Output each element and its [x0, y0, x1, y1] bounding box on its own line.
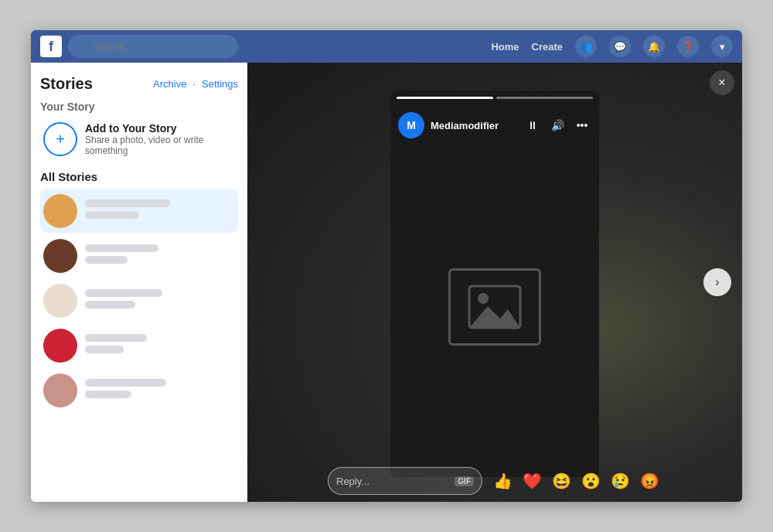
home-link[interactable]: Home	[491, 41, 519, 53]
your-story-section-title: Your Story	[40, 101, 238, 113]
story-content	[390, 90, 599, 477]
help-icon-btn[interactable]: ❓	[677, 36, 699, 57]
browser-window: f 🔍 Home Create 👥 💬 🔔 ❓ ▾ Stories Archiv…	[31, 30, 742, 502]
sad-reaction-btn[interactable]: 😢	[608, 469, 632, 493]
svg-marker-2	[469, 306, 520, 328]
story-avatar-2	[43, 239, 77, 273]
navbar: f 🔍 Home Create 👥 💬 🔔 ❓ ▾	[31, 30, 742, 63]
love-reaction-btn[interactable]: ❤️	[519, 469, 544, 493]
wow-reaction-btn[interactable]: 😮	[578, 469, 603, 493]
story-text-2	[85, 244, 158, 268]
add-story-subtitle: Share a photo, video or write something	[85, 135, 235, 156]
search-input[interactable]	[68, 35, 238, 58]
sidebar-header: Stories Archive · Settings	[40, 75, 238, 93]
sidebar-title: Stories	[40, 75, 93, 93]
navbar-center: Home Create 👥 💬 🔔 ❓ ▾	[238, 36, 733, 57]
reply-input[interactable]: Reply... GIF	[328, 467, 482, 495]
close-button[interactable]: ×	[710, 70, 734, 95]
story-avatar-5	[43, 373, 77, 408]
story-username: Mediamodifier	[431, 120, 523, 131]
archive-link[interactable]: Archive	[153, 78, 186, 90]
gif-badge: GIF	[455, 476, 474, 486]
create-link[interactable]: Create	[532, 41, 563, 53]
story-placeholder-image	[448, 268, 541, 346]
your-story-item[interactable]: + Add to Your Story Share a photo, video…	[40, 118, 238, 161]
account-menu-btn[interactable]: ▾	[711, 36, 733, 57]
notifications-icon-btn[interactable]: 🔔	[643, 36, 665, 57]
friends-icon-btn[interactable]: 👥	[575, 36, 597, 57]
close-icon: ×	[718, 76, 725, 90]
progress-bar-1	[397, 97, 493, 99]
story-progress	[390, 90, 599, 102]
progress-bar-2	[496, 97, 593, 99]
story-header: M Mediamodifier ⏸ 🔊 •••	[390, 106, 599, 145]
all-stories-title: All Stories	[40, 170, 238, 183]
haha-reaction-btn[interactable]: 😆	[549, 469, 574, 493]
reaction-buttons: 👍 ❤️ 😆 😮 😢 😡	[490, 469, 662, 493]
story-text-5	[85, 379, 166, 402]
pause-button[interactable]: ⏸	[523, 116, 542, 135]
story-item[interactable]	[40, 324, 238, 367]
story-avatar-3	[43, 284, 77, 318]
story-viewer: M Mediamodifier ⏸ 🔊 •••	[390, 90, 599, 477]
settings-link[interactable]: Settings	[202, 78, 238, 90]
more-options-button[interactable]: •••	[573, 116, 591, 135]
story-avatar-1	[43, 194, 77, 228]
story-item[interactable]	[40, 189, 238, 233]
sidebar: Stories Archive · Settings Your Story + …	[31, 63, 247, 502]
angry-reaction-btn[interactable]: 😡	[637, 469, 662, 493]
story-text-4	[85, 334, 147, 357]
like-reaction-btn[interactable]: 👍	[490, 469, 515, 493]
story-text-3	[85, 289, 162, 312]
separator: ·	[192, 78, 196, 90]
volume-button[interactable]: 🔊	[548, 116, 567, 135]
main-area: × M Mediamodifier ⏸ 🔊	[247, 63, 742, 502]
content-area: Stories Archive · Settings Your Story + …	[31, 63, 742, 502]
reply-placeholder: Reply...	[336, 476, 450, 487]
story-controls: ⏸ 🔊 •••	[523, 116, 591, 135]
next-icon: ›	[715, 275, 719, 289]
next-story-button[interactable]: ›	[703, 268, 731, 296]
story-item[interactable]	[40, 234, 238, 278]
story-user-avatar: M	[398, 112, 424, 138]
story-avatar-4	[43, 329, 77, 363]
sidebar-links: Archive · Settings	[153, 78, 238, 90]
svg-point-1	[478, 293, 489, 304]
add-story-button[interactable]: +	[43, 122, 77, 156]
messenger-icon-btn[interactable]: 💬	[609, 36, 631, 57]
your-story-text: Add to Your Story Share a photo, video o…	[85, 122, 235, 156]
search-wrap: 🔍	[68, 35, 238, 58]
add-story-title: Add to Your Story	[85, 122, 235, 135]
story-text-1	[85, 200, 170, 223]
story-item[interactable]	[40, 369, 238, 412]
story-item[interactable]	[40, 279, 238, 322]
bottom-bar: Reply... GIF 👍 ❤️ 😆 😮 😢 😡	[247, 460, 742, 502]
facebook-logo: f	[40, 36, 62, 57]
